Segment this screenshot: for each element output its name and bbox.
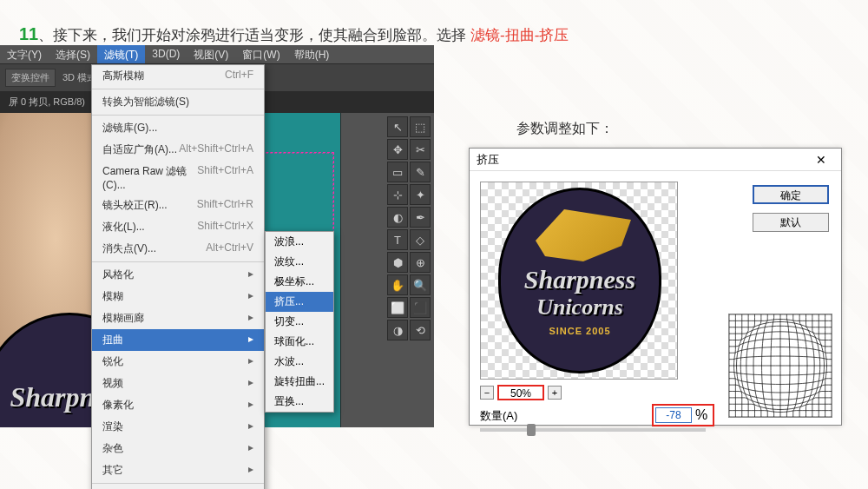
pinch-dialog: 挤压 ✕ Sharpness Unicorns SINCE 2005 − 50%… <box>469 148 842 426</box>
preview-area[interactable]: Sharpness Unicorns SINCE 2005 <box>480 182 678 380</box>
tool-button[interactable]: ↖ <box>387 116 408 137</box>
amount-input[interactable]: -78 <box>655 407 692 423</box>
menu-3d[interactable]: 3D(D) <box>145 45 187 63</box>
amount-highlight: -78 % <box>652 404 714 426</box>
submenu-item[interactable]: 水波... <box>266 352 333 372</box>
tool-button[interactable]: ⟲ <box>410 320 431 340</box>
submenu-item[interactable]: 置换... <box>266 392 333 412</box>
amount-label: 数量(A) <box>480 408 517 424</box>
menu-item[interactable]: 杂色 <box>92 438 264 459</box>
ok-button[interactable]: 确定 <box>753 185 829 204</box>
step-number: 11 <box>19 24 38 43</box>
menu-item[interactable]: 自适应广角(A)...Alt+Shift+Ctrl+A <box>92 139 264 161</box>
menu-window[interactable]: 窗口(W) <box>235 45 286 63</box>
menu-item[interactable]: 扭曲 <box>92 329 264 351</box>
zoom-out-button[interactable]: − <box>480 386 494 400</box>
menu-item[interactable]: 模糊画廊 <box>92 307 264 329</box>
close-icon[interactable]: ✕ <box>808 153 834 167</box>
menu-item[interactable]: 高斯模糊Ctrl+F <box>92 65 264 87</box>
submenu-item[interactable]: 极坐标... <box>266 272 333 292</box>
tool-button[interactable]: ⊕ <box>410 252 431 273</box>
mesh-preview <box>728 314 832 418</box>
menu-item[interactable]: Camera Raw 滤镜(C)...Shift+Ctrl+A <box>92 161 264 195</box>
step-instruction: 11、接下来，我们开始对涂鸦进行适当变形，使其融合到脸部。选择 滤镜-扭曲-挤压 <box>19 24 569 45</box>
submenu-item[interactable]: 挤压... <box>266 292 333 312</box>
submenu-item[interactable]: 波纹... <box>266 252 333 272</box>
tool-button[interactable]: ✋ <box>387 274 408 295</box>
menu-help[interactable]: 帮助(H) <box>287 45 337 63</box>
menu-item[interactable]: 液化(L)...Shift+Ctrl+X <box>92 216 264 238</box>
submenu-item[interactable]: 切变... <box>266 312 333 332</box>
menu-text[interactable]: 文字(Y) <box>0 45 49 63</box>
menu-item[interactable]: 镜头校正(R)...Shift+Ctrl+R <box>92 195 264 216</box>
menu-filter[interactable]: 滤镜(T) <box>97 45 145 63</box>
menu-view[interactable]: 视图(V) <box>187 45 235 63</box>
filter-dropdown[interactable]: 高斯模糊Ctrl+F转换为智能滤镜(S)滤镜库(G)...自适应广角(A)...… <box>91 64 265 489</box>
menu-select[interactable]: 选择(S) <box>49 45 97 63</box>
menu-item[interactable]: Digimarc <box>92 486 264 489</box>
transform-controls-toggle[interactable]: 变换控件 <box>5 69 56 87</box>
menu-item[interactable]: 其它 <box>92 459 264 481</box>
menu-item[interactable]: 像素化 <box>92 394 264 416</box>
tool-button[interactable]: ⬜ <box>387 297 408 318</box>
menu-item[interactable]: 渲染 <box>92 416 264 438</box>
tool-button[interactable]: ⬚ <box>410 116 431 137</box>
param-heading: 参数调整如下： <box>516 120 614 138</box>
tool-button[interactable]: ✂ <box>410 139 431 160</box>
tool-button[interactable]: ⊹ <box>387 184 408 205</box>
dialog-title: 挤压 <box>477 152 499 168</box>
slider-thumb[interactable] <box>527 424 536 436</box>
menu-item[interactable]: 锐化 <box>92 351 264 373</box>
default-button[interactable]: 默认 <box>753 213 829 232</box>
tools-panel: ↖⬚✥✂▭✎⊹✦◐✒T◇⬢⊕✋🔍⬜⬛◑⟲ <box>340 113 434 427</box>
step-highlight: 滤镜-扭曲-挤压 <box>470 27 569 43</box>
tool-button[interactable]: ✒ <box>410 207 431 228</box>
tool-button[interactable]: ✎ <box>410 162 431 182</box>
tool-button[interactable]: ⬛ <box>410 297 431 318</box>
tool-button[interactable]: ◐ <box>387 207 408 228</box>
zoom-in-button[interactable]: + <box>548 386 562 400</box>
menu-item[interactable]: 消失点(V)...Alt+Ctrl+V <box>92 238 264 260</box>
menu-item[interactable]: 转换为智能滤镜(S) <box>92 91 264 113</box>
tool-button[interactable]: 🔍 <box>410 274 431 295</box>
submenu-item[interactable]: 旋转扭曲... <box>266 372 333 392</box>
unicorn-icon <box>536 209 631 261</box>
submenu-item[interactable]: 波浪... <box>266 232 333 252</box>
menu-item[interactable]: 滤镜库(G)... <box>92 117 264 139</box>
preview-logo: Sharpness Unicorns SINCE 2005 <box>498 188 661 373</box>
amount-slider[interactable] <box>480 428 706 432</box>
zoom-value[interactable]: 50% <box>497 385 544 400</box>
tool-button[interactable]: ⬢ <box>387 252 408 273</box>
menu-item[interactable]: 模糊 <box>92 286 264 307</box>
ps-menubar[interactable]: 文字(Y) 选择(S) 滤镜(T) 3D(D) 视图(V) 窗口(W) 帮助(H… <box>0 45 434 64</box>
tool-button[interactable]: ✥ <box>387 139 408 160</box>
tool-button[interactable]: ✦ <box>410 184 431 205</box>
tool-button[interactable]: ◑ <box>387 320 408 340</box>
menu-item[interactable]: 风格化 <box>92 264 264 286</box>
tool-button[interactable]: T <box>387 229 408 250</box>
menu-item[interactable]: 视频 <box>92 373 264 394</box>
amount-unit: % <box>695 407 707 423</box>
tool-button[interactable]: ◇ <box>410 229 431 250</box>
submenu-item[interactable]: 球面化... <box>266 332 333 352</box>
distort-submenu[interactable]: 波浪...波纹...极坐标...挤压...切变...球面化...水波...旋转扭… <box>265 231 334 413</box>
tool-button[interactable]: ▭ <box>387 162 408 182</box>
